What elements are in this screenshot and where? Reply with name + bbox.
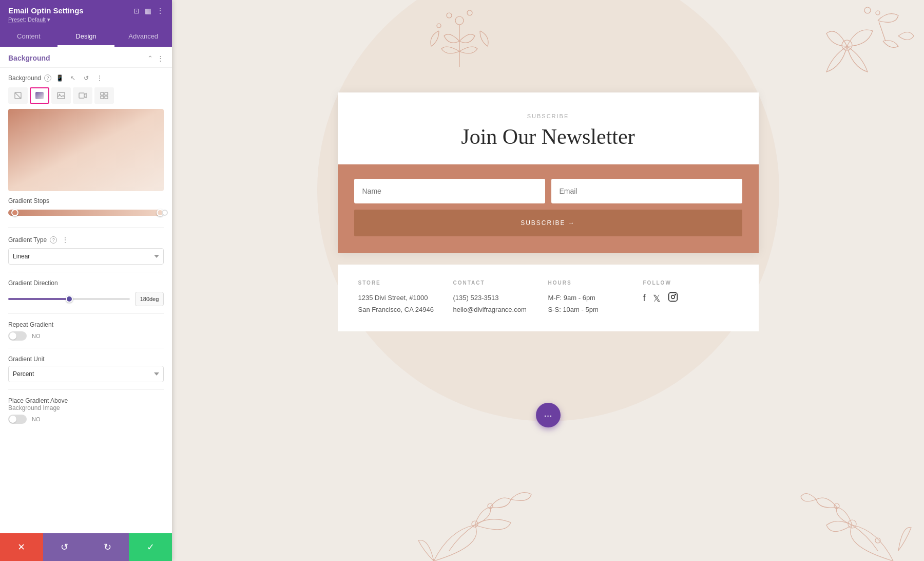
svg-point-22 [472,521,478,527]
gradient-stops-label: Gradient Stops [0,197,172,208]
more-icon[interactable]: ⋮ [157,7,164,15]
gradient-direction-row: Gradient Direction 180deg [0,275,172,310]
panel-tabs: Content Design Advanced [0,27,172,47]
direction-value[interactable]: 180deg [135,292,164,306]
gradient-preview [8,109,164,191]
footer-section: STORE 1235 Divi Street, #1000 San Franci… [338,265,759,331]
svg-point-17 [864,7,871,13]
more-options-icon[interactable]: ⋮ [94,73,105,83]
gradient-end-dot[interactable] [162,210,168,216]
gradient-type-label: Gradient Type [8,236,47,244]
bg-none-btn[interactable] [8,87,28,104]
toggle-knob [9,332,16,340]
repeat-gradient-label: Repeat Gradient [8,321,53,328]
svg-rect-6 [101,92,104,95]
gradient-stop-start[interactable] [11,209,18,216]
subscribe-button[interactable]: SUBSCRIBE → [354,210,742,236]
tab-content[interactable]: Content [0,27,57,47]
place-gradient-label: Place Gradient Above Background Image [8,397,68,412]
floral-bottom-right [775,417,919,561]
place-gradient-toggle[interactable] [8,415,27,424]
background-label: Background [8,74,41,82]
svg-point-10 [455,16,464,25]
reset-icon[interactable]: ↺ [81,73,91,83]
redo-button[interactable]: ↻ [86,533,129,561]
bg-image-btn[interactable] [51,87,71,104]
store-title: STORE [358,280,453,286]
header-icons: ⊡ ▦ ⋮ [133,7,164,15]
section-title: Background [8,54,50,62]
cancel-button[interactable]: ✕ [0,533,43,561]
svg-point-23 [488,503,493,509]
gradient-type-row: Gradient Type ? ⋮ Linear Radial [0,231,172,269]
hours-info: M-F: 9am - 6pm S-S: 10am - 5pm [548,292,643,316]
help-icon[interactable]: ? [44,74,51,82]
svg-point-21 [675,294,676,295]
svg-line-0 [15,92,21,99]
floral-bottom-left [408,427,552,561]
gradient-type-select[interactable]: Linear Radial [8,248,164,265]
place-gradient-toggle-row: NO [8,415,164,424]
svg-point-18 [876,11,880,15]
svg-rect-8 [101,96,104,99]
place-gradient-toggle-label: NO [32,416,41,422]
svg-rect-19 [668,293,677,302]
floating-action-button[interactable]: ··· [536,403,561,427]
email-input[interactable] [551,179,742,203]
svg-point-12 [467,10,472,15]
hours-title: HOURS [548,280,643,286]
svg-point-24 [848,520,856,528]
cursor-icon[interactable]: ↖ [68,73,78,83]
save-button[interactable]: ✓ [129,533,172,561]
background-section-header: Background ⌃ ⋮ [0,47,172,68]
svg-point-26 [875,538,880,543]
gradient-stops-slider[interactable] [0,208,172,224]
gradient-type-more[interactable]: ⋮ [60,235,70,245]
panel-body: Background ⌃ ⋮ Background ? 📱 ↖ ↺ ⋮ [0,47,172,561]
facebook-icon[interactable]: f [643,293,646,304]
tab-design[interactable]: Design [57,27,115,47]
floral-top-left [408,5,511,98]
place-gradient-row: Place Gradient Above Background Image NO [0,393,172,428]
direction-track[interactable] [8,298,130,300]
collapse-icon[interactable]: ⌃ [147,54,153,62]
section-actions: ⌃ ⋮ [147,54,164,62]
repeat-gradient-toggle-label: NO [32,333,41,339]
name-input[interactable] [354,179,545,203]
gradient-unit-select[interactable]: Percent Pixels [8,366,164,382]
fab-icon: ··· [544,409,552,421]
svg-point-15 [842,40,852,50]
minimize-icon[interactable]: ⊡ [133,7,140,15]
device-icon[interactable]: 📱 [54,73,65,83]
instagram-icon[interactable] [668,292,678,305]
gradient-unit-row: Gradient Unit Percent Pixels [0,351,172,386]
gradient-direction-label: Gradient Direction [8,279,58,287]
svg-line-16 [879,22,886,41]
background-field-row: Background ? 📱 ↖ ↺ ⋮ [0,68,172,109]
gradient-type-help[interactable]: ? [50,236,57,244]
tab-advanced[interactable]: Advanced [114,27,172,47]
preset-label[interactable]: Preset: Default ▾ [8,16,164,23]
subscribe-label: SUBSCRIBE [358,113,738,119]
bg-video-btn[interactable] [73,87,92,104]
repeat-gradient-toggle[interactable] [8,331,27,341]
svg-point-25 [834,503,839,509]
svg-rect-2 [35,92,44,99]
columns-icon[interactable]: ▦ [145,7,151,15]
bg-pattern-btn[interactable] [94,87,114,104]
direction-handle[interactable] [66,295,73,303]
contact-title: CONTACT [453,280,548,286]
twitter-icon[interactable]: 𝕏 [653,293,661,304]
settings-panel: Email Optin Settings ⊡ ▦ ⋮ Preset: Defau… [0,0,172,561]
history-button[interactable]: ↺ [43,533,86,561]
gradient-track[interactable] [8,210,164,216]
newsletter-section: SUBSCRIBE Join Our Newsletter SUBSCRIBE … [338,92,759,253]
footer-col-hours: HOURS M-F: 9am - 6pm S-S: 10am - 5pm [548,280,643,316]
bg-type-buttons [8,87,164,104]
bg-gradient-btn[interactable] [30,87,49,104]
svg-rect-7 [105,92,108,95]
divider-3 [8,313,164,314]
section-more-icon[interactable]: ⋮ [157,54,164,62]
panel-header: Email Optin Settings ⊡ ▦ ⋮ Preset: Defau… [0,0,172,27]
follow-title: FOLLOW [643,280,738,286]
